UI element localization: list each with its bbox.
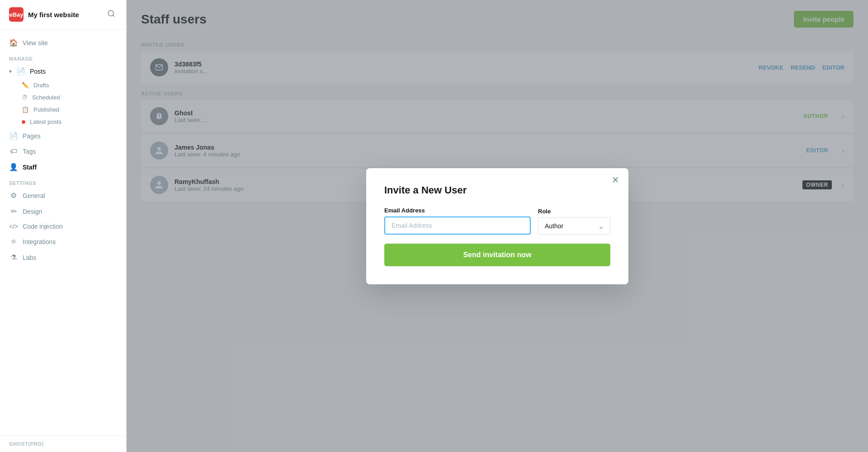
email-field-group: Email Address: [384, 207, 531, 235]
svg-line-1: [113, 15, 114, 16]
scheduled-icon: ⏱: [22, 94, 28, 101]
svg-point-0: [108, 10, 113, 16]
published-icon: 📋: [22, 106, 29, 113]
drafts-icon: ✏️: [22, 82, 29, 89]
sidebar-item-latest-posts[interactable]: Latest posts: [0, 116, 126, 128]
drafts-label: Drafts: [33, 82, 49, 89]
chevron-down-icon: ▾: [9, 68, 12, 75]
pages-icon: 📄: [9, 132, 18, 140]
posts-icon: 📄: [16, 67, 25, 75]
settings-section-label: SETTINGS: [0, 175, 126, 188]
staff-icon: 👤: [9, 163, 18, 171]
design-label: Design: [23, 208, 42, 215]
pages-label: Pages: [23, 132, 41, 140]
search-button[interactable]: [105, 8, 117, 22]
home-icon: 🏠: [9, 38, 18, 47]
sidebar-item-tags[interactable]: 🏷 Tags: [0, 144, 126, 159]
sidebar: eBay My first website 🏠 View site MANAGE…: [0, 0, 127, 452]
manage-section-label: MANAGE: [0, 51, 126, 63]
tags-label: Tags: [23, 148, 36, 155]
modal-close-button[interactable]: ✕: [612, 175, 619, 184]
invite-modal: ✕ Invite a New User Email Address Role A…: [366, 168, 628, 284]
brand-logo: eBay: [9, 7, 24, 22]
published-label: Published: [33, 106, 59, 113]
email-label: Email Address: [384, 207, 531, 214]
sidebar-item-scheduled[interactable]: ⏱ Scheduled: [0, 91, 126, 104]
modal-fields: Email Address Role Administrator Editor …: [384, 207, 610, 235]
latest-posts-dot-icon: [22, 120, 25, 124]
scheduled-label: Scheduled: [32, 94, 60, 101]
sidebar-item-posts[interactable]: ▾ 📄 Posts: [0, 63, 126, 79]
sidebar-item-code-injection[interactable]: </> Code injection: [0, 219, 126, 234]
sidebar-item-view-site[interactable]: 🏠 View site: [0, 35, 126, 51]
staff-label: Staff: [23, 164, 37, 171]
modal-title: Invite a New User: [384, 184, 610, 196]
labs-icon: ⚗: [9, 253, 18, 262]
main-content: Staff users Invite people INVITED USERS …: [127, 0, 868, 452]
code-injection-icon: </>: [9, 223, 18, 230]
sidebar-item-published[interactable]: 📋 Published: [0, 104, 126, 116]
sidebar-item-pages[interactable]: 📄 Pages: [0, 128, 126, 144]
sidebar-header: eBay My first website: [0, 0, 126, 29]
sidebar-footer: GHOST(PRO): [0, 435, 126, 452]
sidebar-item-drafts[interactable]: ✏️ Drafts: [0, 79, 126, 91]
role-field-group: Role Administrator Editor Author Contrib…: [538, 208, 610, 235]
labs-label: Labs: [23, 254, 36, 261]
integrations-icon: ⚛: [9, 237, 18, 246]
role-label: Role: [538, 208, 610, 215]
gear-icon: ⚙: [9, 191, 18, 200]
brand-name: My first website: [28, 11, 79, 19]
email-input[interactable]: [384, 217, 531, 235]
sidebar-nav: 🏠 View site MANAGE ▾ 📄 Posts ✏️ Drafts ⏱…: [0, 29, 126, 435]
tags-icon: 🏷: [9, 147, 18, 155]
sidebar-item-design[interactable]: ✏ Design: [0, 203, 126, 219]
role-select-wrapper: Administrator Editor Author Contributor: [538, 217, 610, 235]
design-icon: ✏: [9, 207, 18, 216]
posts-label: Posts: [30, 68, 46, 75]
sidebar-item-integrations[interactable]: ⚛ Integrations: [0, 234, 126, 250]
code-injection-label: Code injection: [23, 223, 63, 230]
role-select[interactable]: Administrator Editor Author Contributor: [538, 217, 610, 235]
integrations-label: Integrations: [23, 238, 56, 245]
latest-posts-label: Latest posts: [30, 118, 61, 125]
sidebar-item-general[interactable]: ⚙ General: [0, 188, 126, 203]
general-label: General: [23, 192, 45, 199]
sidebar-item-labs[interactable]: ⚗ Labs: [0, 250, 126, 265]
send-invitation-button[interactable]: Send invitation now: [384, 244, 610, 266]
modal-overlay: ✕ Invite a New User Email Address Role A…: [127, 0, 868, 452]
sidebar-item-view-site-label: View site: [23, 39, 48, 47]
brand: eBay My first website: [9, 7, 79, 22]
sidebar-item-staff[interactable]: 👤 Staff: [0, 159, 126, 175]
